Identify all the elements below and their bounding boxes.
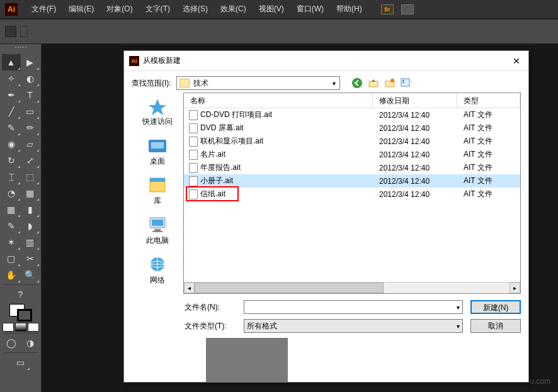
gradient-tool[interactable]: ▮ xyxy=(21,201,40,218)
scroll-left-button[interactable]: ◂ xyxy=(184,283,195,293)
filetype-label: 文件类型(T): xyxy=(185,321,236,332)
hand-tool[interactable]: ✋ xyxy=(2,267,21,283)
svg-rect-15 xyxy=(152,231,162,232)
paintbrush-tool[interactable]: ✎ xyxy=(2,120,21,136)
pen-tool[interactable]: ✒ xyxy=(2,87,21,103)
eyedropper-tool[interactable]: ✎ xyxy=(2,218,21,234)
selection-tool[interactable]: ▲ xyxy=(2,54,21,70)
cancel-button[interactable]: 取消 xyxy=(470,319,521,333)
file-name: 名片.ait xyxy=(200,149,225,160)
file-row[interactable]: 信纸.ait2012/3/4 12:40AIT 文件 xyxy=(184,188,520,201)
chevron-down-icon[interactable]: ▾ xyxy=(329,80,339,87)
menu-item[interactable]: 文字(T) xyxy=(139,4,176,14)
chevron-down-icon[interactable]: ▾ xyxy=(457,304,460,311)
column-date[interactable]: 修改日期 xyxy=(373,93,457,108)
filename-input[interactable]: ▾ xyxy=(244,300,463,314)
file-row[interactable]: CD-DVD 打印项目.ait2012/3/4 12:40AIT 文件 xyxy=(184,108,520,121)
artboard-tool[interactable]: ▢ xyxy=(2,250,21,267)
file-list-header[interactable]: 名称 修改日期 类型 xyxy=(184,93,520,108)
menu-item[interactable]: 文件(F) xyxy=(25,4,62,14)
symbol-sprayer-tool[interactable]: ✶ xyxy=(2,234,21,250)
eraser-tool[interactable]: ▱ xyxy=(21,136,40,152)
screen-mode-tool[interactable]: ▭ xyxy=(11,354,30,371)
new-from-template-dialog: Ai 从模板新建 ✕ 查找范围(I): 技术 ▾ 快速访问桌面库此电脑网络 名称… xyxy=(123,50,529,383)
svg-marker-7 xyxy=(149,99,166,115)
slice-tool[interactable]: ✂ xyxy=(21,250,40,267)
scale-tool[interactable]: ⤢ xyxy=(21,152,40,169)
place-item[interactable]: 此电脑 xyxy=(146,215,169,246)
place-item[interactable]: 快速访问 xyxy=(142,96,173,127)
free-transform-tool[interactable]: ⬚ xyxy=(21,169,40,185)
menu-item[interactable]: 窗口(W) xyxy=(290,4,330,14)
rotate-tool[interactable]: ↻ xyxy=(2,152,21,169)
place-item[interactable]: 桌面 xyxy=(146,136,169,167)
line-tool[interactable]: ╱ xyxy=(2,103,21,120)
control-box1[interactable] xyxy=(5,26,16,37)
file-icon xyxy=(189,189,198,199)
new-folder-icon[interactable] xyxy=(384,77,396,89)
file-row[interactable]: 年度报告.ait2012/3/4 12:40AIT 文件 xyxy=(184,161,520,174)
menu-item[interactable]: 视图(V) xyxy=(253,4,290,14)
scroll-track[interactable] xyxy=(195,283,510,293)
filetype-combo[interactable]: 所有格式▾ xyxy=(244,319,463,333)
mesh-tool[interactable]: ▦ xyxy=(2,201,21,218)
close-button[interactable]: ✕ xyxy=(510,54,523,68)
svg-rect-13 xyxy=(152,220,163,226)
stroke-swatch[interactable] xyxy=(17,309,32,322)
back-icon[interactable] xyxy=(351,77,363,89)
drawing-mode-1[interactable]: ◯ xyxy=(2,335,21,351)
scroll-thumb[interactable] xyxy=(195,283,384,293)
control-box2[interactable] xyxy=(20,26,28,37)
direct-selection-tool[interactable]: ▶ xyxy=(21,54,40,70)
file-list[interactable]: CD-DVD 打印项目.ait2012/3/4 12:40AIT 文件DVD 屏… xyxy=(184,108,520,282)
type-tool[interactable]: T xyxy=(21,87,40,103)
place-label: 桌面 xyxy=(150,156,165,167)
menu-item[interactable]: 编辑(E) xyxy=(62,4,100,14)
menu-item[interactable]: 选择(S) xyxy=(176,4,214,14)
bridge-icon[interactable]: Br xyxy=(381,4,394,14)
file-date: 2012/3/4 12:40 xyxy=(373,177,457,186)
file-row[interactable]: 联机和显示项目.ait2012/3/4 12:40AIT 文件 xyxy=(184,135,520,148)
none-mode[interactable] xyxy=(28,323,39,332)
file-type: AIT 文件 xyxy=(457,189,520,199)
lasso-tool[interactable]: ◐ xyxy=(21,70,40,87)
chevron-down-icon[interactable]: ▾ xyxy=(457,323,460,330)
tool-divider xyxy=(3,284,38,285)
file-date: 2012/3/4 12:40 xyxy=(373,150,457,159)
shape-builder-tool[interactable]: ◔ xyxy=(2,185,21,201)
pencil-tool[interactable]: ✏ xyxy=(21,120,40,136)
scroll-right-button[interactable]: ▸ xyxy=(510,283,520,293)
blob-brush-tool[interactable]: ◉ xyxy=(2,136,21,152)
perspective-grid-tool[interactable]: ▦ xyxy=(21,185,40,201)
place-item[interactable]: 网络 xyxy=(146,255,169,286)
column-type[interactable]: 类型 xyxy=(457,93,520,108)
menu-item[interactable]: 对象(O) xyxy=(100,4,139,14)
view-menu-icon[interactable] xyxy=(401,77,412,89)
blend-tool[interactable]: ◗ xyxy=(21,218,40,234)
new-button[interactable]: 新建(N) xyxy=(470,300,521,314)
arrange-docs-icon[interactable] xyxy=(401,4,414,14)
fill-stroke-swatches[interactable] xyxy=(3,303,39,332)
width-tool[interactable]: ⌶ xyxy=(2,169,21,185)
panel-grip-icon[interactable] xyxy=(3,47,38,52)
menu-item[interactable]: 帮助(H) xyxy=(330,4,368,14)
zoom-tool[interactable]: 🔍 xyxy=(21,267,40,283)
svg-point-3 xyxy=(390,79,394,82)
column-graph-tool[interactable]: ▥ xyxy=(21,234,40,250)
folder-combo[interactable]: 技术 ▾ xyxy=(176,76,340,90)
dialog-title: 从模板新建 xyxy=(143,55,510,66)
file-row[interactable]: DVD 屏幕.ait2012/3/4 12:40AIT 文件 xyxy=(184,121,520,135)
color-mode[interactable] xyxy=(3,323,14,332)
file-row[interactable]: 名片.ait2012/3/4 12:40AIT 文件 xyxy=(184,148,520,161)
column-name[interactable]: 名称 xyxy=(184,93,373,108)
horizontal-scrollbar[interactable]: ◂ ▸ xyxy=(184,282,520,293)
up-folder-icon[interactable] xyxy=(368,77,379,89)
gradient-mode[interactable] xyxy=(15,323,26,332)
drawing-mode-2[interactable]: ◑ xyxy=(21,335,40,351)
toggle-fill-stroke-tool[interactable]: ? xyxy=(11,286,30,303)
magic-wand-tool[interactable]: ✧ xyxy=(2,70,21,87)
menu-item[interactable]: 效果(C) xyxy=(214,4,253,14)
file-row[interactable]: 小册子.ait2012/3/4 12:40AIT 文件 xyxy=(184,174,520,188)
place-item[interactable]: 库 xyxy=(146,176,169,206)
rectangle-tool[interactable]: ▭ xyxy=(21,103,40,120)
